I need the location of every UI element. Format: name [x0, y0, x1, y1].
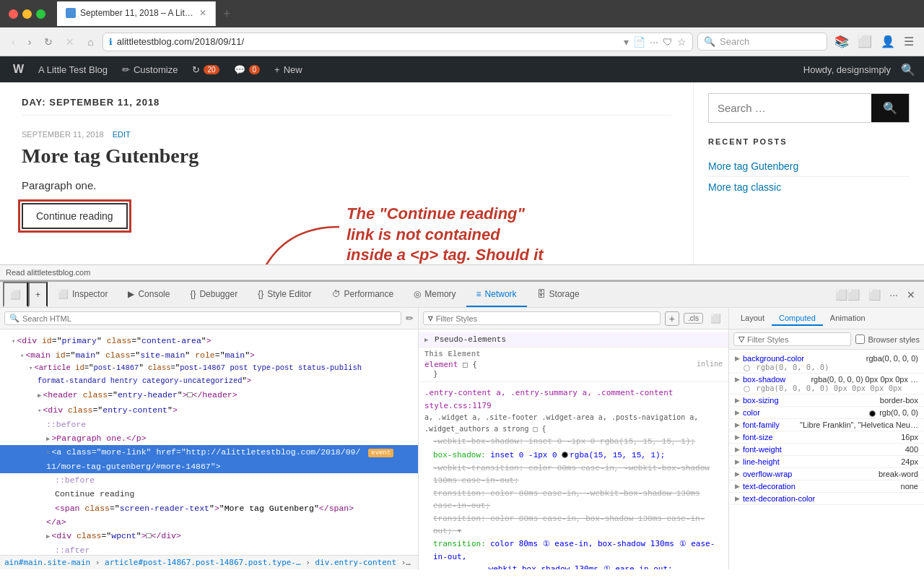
box-shadow-expand[interactable]: ▶ — [735, 376, 740, 383]
box-shadow-color-swatch[interactable] — [562, 452, 568, 458]
menu-icon[interactable]: ☰ — [901, 32, 917, 51]
bookmark-icon[interactable]: ☆ — [677, 36, 687, 48]
reload-button[interactable]: ↻ — [40, 33, 57, 51]
css-selector-checkbox[interactable]: □ — [533, 425, 538, 433]
minimize-button[interactable] — [22, 9, 32, 19]
box-sizing-expand[interactable]: ▶ — [735, 397, 740, 404]
computed-filter-box[interactable]: ▽ — [733, 332, 851, 346]
color-swatch[interactable] — [869, 410, 876, 417]
back-button[interactable]: ‹ — [7, 33, 19, 51]
box-shadow-swatch[interactable] — [744, 386, 750, 392]
css-checkbox[interactable]: □ — [463, 360, 468, 369]
comments-item[interactable]: 💬 0 — [227, 56, 268, 82]
search-submit-button[interactable]: 🔍 — [871, 94, 909, 122]
browser-styles-checkbox[interactable] — [855, 335, 865, 344]
stop-button[interactable]: ✕ — [61, 33, 79, 51]
layout-tab[interactable]: Layout — [733, 311, 772, 326]
responsive-design-button[interactable]: ⬜⬜ — [832, 286, 863, 303]
home-button[interactable]: ⌂ — [83, 33, 97, 51]
customize-item[interactable]: ✏ Customize — [115, 56, 185, 82]
site-name-item[interactable]: A Little Test Blog — [31, 56, 115, 82]
inspector-label: Inspector — [72, 289, 108, 299]
html-line: 11/more-tag-gutenberg/#more-14867"> — [0, 460, 418, 473]
dt-inspect-button[interactable]: ⬜ — [3, 282, 28, 307]
bookmarks-library-icon[interactable]: 📚 — [832, 32, 852, 51]
dropdown-icon[interactable]: ▾ — [624, 36, 629, 48]
tab-performance[interactable]: ⏱ Performance — [322, 282, 404, 307]
text-decoration-expand[interactable]: ▶ — [735, 483, 740, 490]
pseudo-expand-icon[interactable]: ▶ — [424, 337, 428, 344]
forward-button[interactable]: › — [24, 33, 36, 51]
browser-search-box[interactable]: 🔍 Search — [697, 33, 827, 51]
page-status-bar: Read alittletestblog.com — [0, 264, 924, 280]
font-weight-expand[interactable]: ▶ — [735, 446, 740, 453]
computed-filter-input[interactable] — [747, 335, 846, 344]
ease-icon-2[interactable]: ① — [679, 539, 687, 548]
recent-post-1[interactable]: More tag Gutenberg — [708, 156, 910, 177]
active-tab[interactable]: September 11, 2018 – A Little Te… ✕ — [57, 1, 216, 26]
css-filter-input[interactable] — [436, 314, 655, 323]
new-tab-button[interactable]: + — [216, 1, 238, 26]
transition-expand-icon[interactable]: ▾ — [457, 527, 462, 535]
breadcrumb-link-article[interactable]: article#post-14867.post-14867.post.type-… — [105, 558, 301, 567]
css-add-button[interactable]: + — [665, 311, 679, 326]
close-devtools-btn[interactable]: ✕ — [904, 286, 918, 303]
continue-reading-link[interactable]: Continue reading — [22, 203, 128, 229]
dt-add-button[interactable]: + — [28, 282, 48, 307]
tab-inspector[interactable]: ⬜ Inspector — [48, 282, 118, 307]
more-devtools-btn[interactable]: ··· — [886, 286, 901, 303]
html-toolbar: 🔍 ✏ — [0, 308, 418, 329]
address-bar[interactable]: ℹ alittletestblog.com/2018/09/11/ ▾ 📄 ··… — [103, 33, 693, 51]
maximize-button[interactable] — [36, 9, 45, 19]
text-decoration-color-expand[interactable]: ▶ — [735, 495, 740, 502]
wp-logo-item[interactable]: W — [6, 56, 31, 82]
synced-tabs-icon[interactable]: ⬜ — [855, 32, 875, 51]
new-item[interactable]: + New — [267, 56, 310, 82]
breadcrumb-link-div[interactable]: div.entry-content — [315, 558, 397, 567]
font-family-expand[interactable]: ▶ — [735, 421, 740, 428]
ease-icon-3[interactable]: ① — [603, 564, 611, 569]
wp-search-icon[interactable]: 🔍 — [898, 60, 918, 79]
recent-post-2[interactable]: More tag classic — [708, 177, 910, 197]
tab-close-button[interactable]: ✕ — [199, 8, 206, 18]
tab-network[interactable]: ≡ Network — [466, 282, 527, 307]
devtools-panel: ⬜ + ⬜ Inspector ▶ Console {} Debugger {}… — [0, 280, 924, 569]
browser-toolbar-right: 📚 ⬜ 👤 ☰ — [832, 32, 917, 51]
more-options-icon[interactable]: ··· — [650, 36, 658, 48]
tab-style-editor[interactable]: {} Style Editor — [248, 282, 321, 307]
close-button[interactable] — [9, 9, 18, 19]
overflow-wrap-expand[interactable]: ▶ — [735, 470, 740, 478]
font-size-expand[interactable]: ▶ — [735, 434, 740, 441]
reader-mode-icon[interactable]: 📄 — [633, 36, 645, 48]
breadcrumb-link-a[interactable]: a.more-link — [411, 558, 418, 567]
css-filter-box[interactable]: ▽ — [423, 311, 661, 325]
css-prop-webkit-box-shadow: -webkit-box-shadow: inset 0 -1px 0 rgba(… — [424, 435, 723, 449]
tab-memory[interactable]: ◎ Memory — [404, 282, 466, 307]
computed-tab[interactable]: Computed — [772, 311, 823, 326]
fxa-icon[interactable]: 👤 — [878, 32, 898, 51]
line-height-expand[interactable]: ▶ — [735, 458, 740, 465]
storage-label: Storage — [549, 289, 580, 299]
updates-item[interactable]: ↻ 20 — [185, 56, 226, 82]
html-search-box[interactable]: 🔍 — [4, 311, 401, 325]
animation-tab[interactable]: Animation — [823, 311, 873, 326]
split-view-button[interactable]: ⬜ — [866, 286, 884, 303]
html-search-input[interactable] — [22, 314, 396, 323]
color-expand[interactable]: ▶ — [735, 409, 740, 416]
bg-color-expand[interactable]: ▶ — [735, 355, 740, 362]
html-line-selected[interactable]: ▾<a class="more-link" href="http://alitt… — [0, 445, 418, 460]
layout-toggle-button[interactable]: ⬜ — [707, 312, 724, 325]
search-input[interactable] — [709, 94, 871, 122]
tab-console[interactable]: ▶ Console — [118, 282, 180, 307]
ease-icon-1[interactable]: ① — [543, 539, 550, 548]
css-cls-button[interactable]: .cls — [684, 313, 703, 324]
breadcrumb-link-main[interactable]: ain#main.site-main — [4, 558, 90, 567]
css-rule-1: .entry-content a, .entry-summary a, .com… — [419, 382, 728, 569]
computed-content: ▶ background-color rgba(0, 0, 0, 0) rgba… — [729, 350, 924, 569]
tab-debugger[interactable]: {} Debugger — [180, 282, 248, 307]
edit-link[interactable]: EDIT — [113, 130, 131, 139]
pocket-icon[interactable]: 🛡 — [663, 36, 673, 48]
html-edit-button[interactable]: ✏ — [406, 313, 414, 324]
bg-color-swatch[interactable] — [744, 365, 750, 371]
tab-storage[interactable]: 🗄 Storage — [527, 282, 590, 307]
